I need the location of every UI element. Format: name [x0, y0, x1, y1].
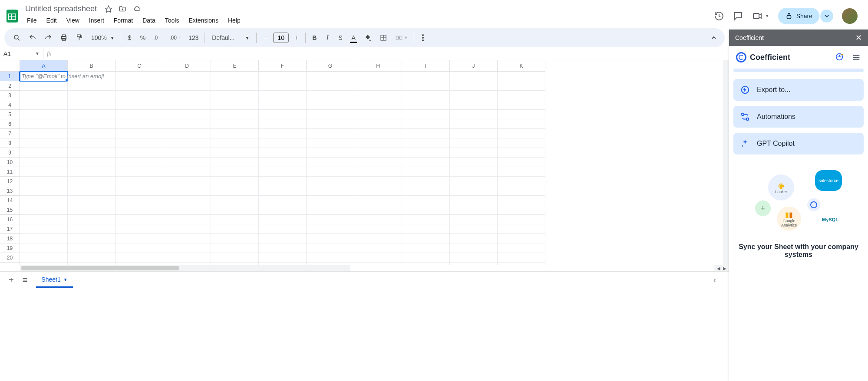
- cell[interactable]: [163, 167, 211, 177]
- cell[interactable]: [163, 205, 211, 215]
- zoom-select[interactable]: 100%▼: [88, 34, 118, 41]
- cell[interactable]: [307, 253, 354, 263]
- merge-button[interactable]: ▼: [392, 31, 411, 44]
- column-header[interactable]: I: [402, 60, 450, 72]
- cell[interactable]: [450, 186, 498, 196]
- cell[interactable]: [211, 72, 259, 81]
- cell[interactable]: [307, 243, 354, 253]
- cell[interactable]: [354, 253, 402, 263]
- cell[interactable]: [211, 110, 259, 119]
- export-card[interactable]: Export to...: [733, 79, 864, 101]
- horizontal-scrollbar[interactable]: [20, 265, 350, 271]
- cell[interactable]: [354, 196, 402, 205]
- row-header[interactable]: 21: [0, 263, 20, 265]
- row-header[interactable]: 12: [0, 177, 20, 186]
- cell[interactable]: [498, 110, 545, 119]
- fill-color-button[interactable]: [360, 31, 375, 44]
- cell[interactable]: [259, 253, 307, 263]
- cell[interactable]: [354, 119, 402, 129]
- cell[interactable]: [211, 234, 259, 243]
- cell[interactable]: [307, 215, 354, 224]
- cell[interactable]: [20, 81, 68, 91]
- cell[interactable]: [163, 100, 211, 110]
- cell[interactable]: [68, 167, 116, 177]
- cell[interactable]: [498, 196, 545, 205]
- cell[interactable]: [211, 148, 259, 158]
- cell[interactable]: [211, 91, 259, 100]
- cell[interactable]: [307, 186, 354, 196]
- cell[interactable]: [116, 205, 163, 215]
- collapse-toolbar-icon[interactable]: [708, 32, 719, 43]
- cell[interactable]: [402, 138, 450, 148]
- cell[interactable]: [211, 253, 259, 263]
- cell[interactable]: [354, 215, 402, 224]
- cell[interactable]: [68, 253, 116, 263]
- cell[interactable]: [68, 110, 116, 119]
- cell[interactable]: [450, 243, 498, 253]
- cell[interactable]: [68, 119, 116, 129]
- cell[interactable]: [354, 224, 402, 234]
- cell[interactable]: [163, 91, 211, 100]
- cell[interactable]: [307, 91, 354, 100]
- cell[interactable]: [20, 100, 68, 110]
- cell[interactable]: [163, 119, 211, 129]
- cell[interactable]: [354, 129, 402, 138]
- cell[interactable]: [498, 215, 545, 224]
- cell[interactable]: [402, 234, 450, 243]
- cell[interactable]: [354, 205, 402, 215]
- cell[interactable]: [211, 119, 259, 129]
- cell[interactable]: [450, 110, 498, 119]
- cell[interactable]: [402, 72, 450, 81]
- select-all-corner[interactable]: [0, 60, 20, 72]
- cell[interactable]: [450, 100, 498, 110]
- share-button[interactable]: Share: [778, 8, 819, 24]
- menu-extensions[interactable]: Extensions: [184, 15, 222, 26]
- cell[interactable]: [498, 158, 545, 167]
- cell[interactable]: [354, 167, 402, 177]
- cell[interactable]: [307, 72, 354, 81]
- cell[interactable]: [68, 186, 116, 196]
- search-icon[interactable]: [10, 31, 24, 44]
- cell[interactable]: [450, 196, 498, 205]
- column-header[interactable]: F: [259, 60, 307, 72]
- cell[interactable]: [259, 119, 307, 129]
- cell[interactable]: [116, 138, 163, 148]
- cell[interactable]: [354, 263, 402, 265]
- cell[interactable]: [498, 253, 545, 263]
- paint-format-icon[interactable]: [72, 31, 87, 44]
- cell[interactable]: [450, 91, 498, 100]
- bold-button[interactable]: B: [308, 32, 320, 44]
- cell[interactable]: [354, 148, 402, 158]
- cell[interactable]: [211, 100, 259, 110]
- cell[interactable]: [307, 224, 354, 234]
- cell[interactable]: [498, 177, 545, 186]
- cell[interactable]: [68, 196, 116, 205]
- cell[interactable]: [20, 234, 68, 243]
- cell[interactable]: [450, 158, 498, 167]
- vertical-scrollbar[interactable]: [723, 60, 729, 265]
- cell[interactable]: [259, 205, 307, 215]
- cell[interactable]: [402, 215, 450, 224]
- cell[interactable]: [259, 167, 307, 177]
- cell[interactable]: [68, 243, 116, 253]
- cell[interactable]: [211, 215, 259, 224]
- cell[interactable]: [259, 158, 307, 167]
- cell[interactable]: [116, 215, 163, 224]
- cell[interactable]: [498, 234, 545, 243]
- row-header[interactable]: 20: [0, 253, 20, 263]
- cell[interactable]: [259, 234, 307, 243]
- cell[interactable]: [307, 205, 354, 215]
- row-header[interactable]: 5: [0, 110, 20, 119]
- row-header[interactable]: 9: [0, 148, 20, 158]
- row-header[interactable]: 19: [0, 243, 20, 253]
- cell[interactable]: [498, 81, 545, 91]
- column-header[interactable]: J: [450, 60, 498, 72]
- column-header[interactable]: D: [163, 60, 211, 72]
- cell[interactable]: [20, 186, 68, 196]
- cell[interactable]: [20, 119, 68, 129]
- cell[interactable]: [354, 186, 402, 196]
- cell[interactable]: [68, 91, 116, 100]
- row-header[interactable]: 10: [0, 158, 20, 167]
- cell[interactable]: [498, 263, 545, 265]
- cell[interactable]: [498, 138, 545, 148]
